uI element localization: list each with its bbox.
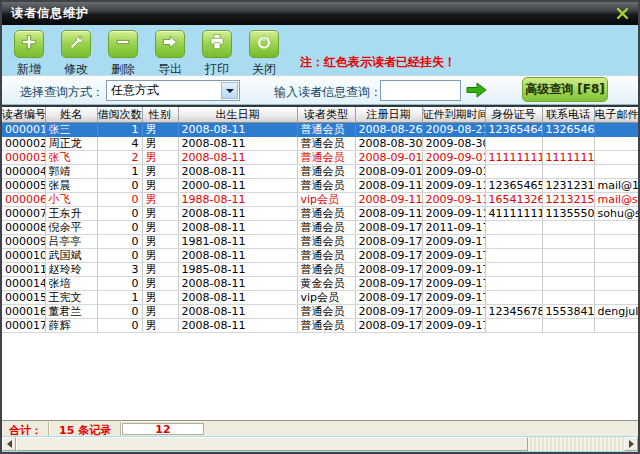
column-header[interactable]: 读者编号 [2, 107, 45, 123]
cell-register-date[interactable]: 2008-09-17 [355, 235, 422, 249]
cell-gender[interactable]: 男 [142, 291, 178, 305]
cell-borrow-count[interactable]: 0 [97, 179, 142, 193]
cell-birth-date[interactable]: 2008-08-11 [178, 123, 297, 137]
cell-gender[interactable]: 男 [142, 221, 178, 235]
cell-birth-date[interactable]: 2008-08-11 [178, 207, 297, 221]
cell-birth-date[interactable]: 2008-08-11 [178, 249, 297, 263]
cell-gender[interactable]: 男 [142, 207, 178, 221]
cell-reader-type[interactable]: 黄金会员 [297, 277, 355, 291]
cell-phone[interactable]: 113555052222 [542, 207, 594, 221]
table-row[interactable]: 000007 王东升 0 男 2008-08-11 普通会员 2008-09-1… [2, 207, 638, 221]
cell-expiry-date[interactable]: 2009-09-11 [422, 193, 485, 207]
cell-birth-date[interactable]: 2008-08-11 [178, 165, 297, 179]
cell-name[interactable]: 武国斌 [45, 249, 97, 263]
reader-query-input[interactable] [380, 80, 461, 101]
cell-gender[interactable]: 男 [142, 165, 178, 179]
cell-phone[interactable] [542, 319, 594, 333]
cell-phone[interactable] [542, 249, 594, 263]
cell-register-date[interactable]: 2008-09-01 [355, 165, 422, 179]
cell-phone[interactable] [542, 137, 594, 151]
cell-register-date[interactable]: 2008-09-17 [355, 263, 422, 277]
cell-reader-type[interactable]: 普通会员 [297, 207, 355, 221]
cell-expiry-date[interactable]: 2009-09-17 [422, 277, 485, 291]
cell-gender[interactable]: 男 [142, 235, 178, 249]
cell-expiry-date[interactable]: 2009-09-17 [422, 249, 485, 263]
cell-name[interactable]: 董君兰 [45, 305, 97, 319]
cell-reader-id[interactable]: 000004 [2, 165, 45, 179]
edit-button[interactable] [61, 30, 91, 58]
cell-id-card[interactable] [485, 249, 542, 263]
cell-birth-date[interactable]: 2008-08-11 [178, 305, 297, 319]
cell-email[interactable]: mail@sohu [594, 193, 638, 207]
cell-phone[interactable]: 121321546546 [542, 193, 594, 207]
cell-email[interactable] [594, 291, 638, 305]
cell-borrow-count[interactable]: 0 [97, 193, 142, 207]
cell-email[interactable]: sohu@sohu [594, 207, 638, 221]
cell-phone[interactable] [542, 221, 594, 235]
cell-birth-date[interactable]: 2008-08-11 [178, 291, 297, 305]
cell-borrow-count[interactable]: 0 [97, 305, 142, 319]
cell-expiry-date[interactable]: 2009-09-17 [422, 291, 485, 305]
cell-gender[interactable]: 男 [142, 193, 178, 207]
cell-gender[interactable]: 男 [142, 151, 178, 165]
cell-name[interactable]: 小飞 [45, 193, 97, 207]
column-header[interactable]: 性别 [142, 107, 178, 123]
cell-name[interactable]: 倪余平 [45, 221, 97, 235]
cell-expiry-date[interactable]: 2009-09-17 [422, 305, 485, 319]
cell-reader-type[interactable]: 普通会员 [297, 319, 355, 333]
table-row[interactable]: 000011 赵玲玲 3 男 1985-08-11 普通会员 2008-09-1… [2, 263, 638, 277]
cell-id-card[interactable] [485, 319, 542, 333]
cell-reader-type[interactable]: 普通会员 [297, 165, 355, 179]
cell-expiry-date[interactable]: 2011-09-17 [422, 221, 485, 235]
cell-name[interactable]: 张三 [45, 123, 97, 137]
column-header[interactable]: 电子邮件 [594, 107, 638, 123]
export-button[interactable] [155, 30, 185, 58]
cell-name[interactable]: 薛辉 [45, 319, 97, 333]
cell-phone[interactable] [542, 277, 594, 291]
cell-register-date[interactable]: 2008-09-17 [355, 305, 422, 319]
scroll-right-icon[interactable] [624, 437, 638, 451]
cell-id-card[interactable] [485, 277, 542, 291]
cell-reader-type[interactable]: vip会员 [297, 291, 355, 305]
scroll-left-icon[interactable] [2, 437, 16, 451]
cell-reader-id[interactable]: 000011 [2, 263, 45, 277]
cell-register-date[interactable]: 2008-08-26 [355, 123, 422, 137]
column-header[interactable]: 出生日期 [178, 107, 297, 123]
cell-register-date[interactable]: 2008-09-11 [355, 179, 422, 193]
delete-button[interactable] [108, 30, 138, 58]
cell-gender[interactable]: 男 [142, 277, 178, 291]
cell-name[interactable]: 张飞 [45, 151, 97, 165]
cell-email[interactable]: mail@163. [594, 179, 638, 193]
table-row[interactable]: 000010 武国斌 0 男 2008-08-11 普通会员 2008-09-1… [2, 249, 638, 263]
cell-reader-id[interactable]: 000008 [2, 221, 45, 235]
cell-borrow-count[interactable]: 1 [97, 165, 142, 179]
print-button[interactable] [202, 30, 232, 58]
cell-expiry-date[interactable]: 2009-09-17 [422, 263, 485, 277]
close-window-button[interactable] [249, 30, 279, 58]
cell-expiry-date[interactable]: 2009-09-11 [422, 179, 485, 193]
cell-email[interactable]: dengjulan [594, 305, 638, 319]
cell-birth-date[interactable]: 2008-08-11 [178, 277, 297, 291]
cell-gender[interactable]: 男 [142, 319, 178, 333]
cell-reader-id[interactable]: 000016 [2, 305, 45, 319]
cell-register-date[interactable]: 2008-09-17 [355, 277, 422, 291]
cell-borrow-count[interactable]: 1 [97, 291, 142, 305]
cell-reader-type[interactable]: 普通会员 [297, 221, 355, 235]
advanced-query-button[interactable]: 高级查询 [F8] [522, 77, 608, 102]
cell-phone[interactable] [542, 165, 594, 179]
table-row[interactable]: 000014 张培 0 男 2008-08-11 黄金会员 2008-09-17… [2, 277, 638, 291]
cell-reader-id[interactable]: 000002 [2, 137, 45, 151]
cell-register-date[interactable]: 2008-09-11 [355, 207, 422, 221]
cell-birth-date[interactable]: 2008-08-11 [178, 221, 297, 235]
cell-id-card[interactable] [485, 137, 542, 151]
query-method-select[interactable]: 任意方式 [106, 80, 240, 101]
cell-phone[interactable]: 132654651 [542, 123, 594, 137]
cell-borrow-count[interactable]: 1 [97, 123, 142, 137]
cell-borrow-count[interactable]: 0 [97, 207, 142, 221]
horizontal-scrollbar[interactable] [2, 437, 638, 451]
cell-register-date[interactable]: 2008-09-17 [355, 291, 422, 305]
search-go-icon[interactable] [466, 81, 488, 103]
cell-reader-id[interactable]: 000001 [2, 123, 45, 137]
cell-borrow-count[interactable]: 4 [97, 137, 142, 151]
cell-name[interactable]: 张晨 [45, 179, 97, 193]
